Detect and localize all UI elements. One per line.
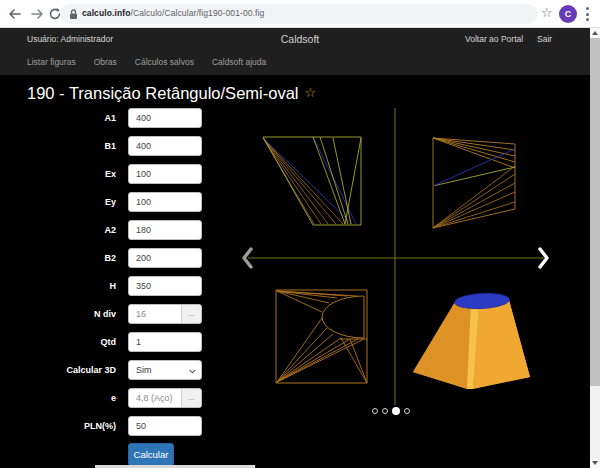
field-label-ex: Ex (36, 164, 116, 184)
chevron-right-icon (535, 246, 551, 270)
page-title: 190 - Transição Retângulo/Semi-oval☆ (27, 84, 316, 103)
nav-obras[interactable]: Obras (94, 57, 117, 67)
favorite-star-icon[interactable]: ☆ (304, 85, 316, 100)
profile-avatar[interactable]: C (559, 5, 577, 23)
nav-listar-figuras[interactable]: Listar figuras (27, 57, 76, 67)
url-path: /Calculo/Calcular/fig190-001-00.fig (130, 8, 264, 18)
wireframe-plan-view (276, 290, 367, 383)
carousel-next-button[interactable] (535, 246, 551, 270)
input-h[interactable] (128, 276, 202, 296)
field-label-b1: B1 (36, 136, 116, 156)
back-icon[interactable] (8, 7, 22, 21)
page-scrollbar (590, 28, 600, 468)
input-ex[interactable] (128, 164, 202, 184)
input-ey[interactable] (128, 192, 202, 212)
carousel-prev-button[interactable] (240, 246, 256, 270)
scrollbar-up-button[interactable] (590, 28, 600, 38)
input-group-ndiv: ... (128, 304, 202, 324)
select-calcular3d-value: Sim (136, 365, 152, 375)
select-calcular3d[interactable]: Sim (128, 360, 202, 380)
field-label-b2: B2 (36, 248, 116, 268)
browser-menu-icon[interactable] (585, 7, 589, 21)
carousel-dot-4[interactable] (404, 408, 410, 414)
field-label-calcular3d: Calcular 3D (36, 360, 116, 380)
portal-link[interactable]: Voltar ao Portal (465, 34, 523, 44)
chevron-down-icon (189, 368, 196, 375)
input-b2[interactable] (128, 248, 202, 268)
lock-icon (69, 9, 78, 20)
main-nav: Listar figuras Obras Cálculos salvos Cal… (27, 57, 266, 67)
field-label-a2: A2 (36, 220, 116, 240)
carousel-dot-2[interactable] (382, 408, 388, 414)
carousel-dots (372, 407, 410, 415)
carousel-dot-3-active[interactable] (392, 407, 400, 415)
logout-link[interactable]: Sair (537, 34, 552, 44)
figure-title-text: 190 - Transição Retângulo/Semi-oval (27, 84, 298, 102)
input-a1[interactable] (128, 108, 202, 128)
field-label-pln: PLN(%) (36, 416, 116, 436)
render-3d-frustum (413, 292, 530, 389)
browser-toolbar: calculo.info/Calculo/Calcular/fig190-001… (0, 0, 600, 28)
input-pln[interactable] (128, 416, 202, 436)
field-label-qtd: Qtd (36, 332, 116, 352)
carousel-dot-1[interactable] (372, 408, 378, 414)
ndiv-more-button[interactable]: ... (181, 305, 201, 323)
calcular-button[interactable]: Calcular (128, 443, 174, 466)
url-text: calculo.info/Calculo/Calcular/fig190-001… (82, 8, 264, 18)
wireframe-front-elevation (263, 137, 361, 225)
forward-icon[interactable] (30, 7, 44, 21)
input-e[interactable] (129, 389, 181, 407)
chevron-left-icon (240, 246, 256, 270)
app-header: Usuário: Administrador Caldsoft Voltar a… (0, 28, 600, 75)
input-b1[interactable] (128, 136, 202, 156)
scrollbar-down-button[interactable] (590, 458, 600, 468)
input-ndiv[interactable] (129, 305, 181, 323)
e-more-button[interactable]: ... (181, 389, 201, 407)
bookmark-star-icon[interactable]: ☆ (541, 5, 553, 20)
field-label-h: H (36, 276, 116, 296)
triangle-up-icon (592, 31, 598, 35)
nav-caldsoft-ajuda[interactable]: Caldsoft ajuda (212, 57, 266, 67)
field-label-ey: Ey (36, 192, 116, 212)
nav-calculos-salvos[interactable]: Cálculos salvos (135, 57, 194, 67)
wireframe-side-elevation (433, 138, 515, 228)
field-label-a1: A1 (36, 108, 116, 128)
field-label-ndiv: N div (36, 304, 116, 324)
input-group-e: ... (128, 388, 202, 408)
input-qtd[interactable] (128, 332, 202, 352)
scrollbar-thumb[interactable] (590, 38, 600, 386)
field-label-e: e (36, 388, 116, 408)
input-a2[interactable] (128, 220, 202, 240)
triangle-down-icon (592, 461, 598, 465)
url-host: calculo.info (82, 8, 130, 18)
